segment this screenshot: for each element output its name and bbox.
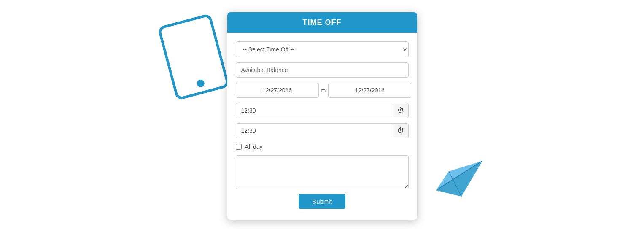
svg-marker-0 (436, 161, 482, 197)
allday-checkbox[interactable] (236, 144, 242, 150)
submit-row: Submit (236, 194, 409, 211)
time-off-select[interactable]: -- Select Time Off -- Vacation Sick Leav… (236, 41, 409, 57)
tablet-decoration (157, 13, 229, 101)
scene: TIME OFF -- Select Time Off -- Vacation … (196, 6, 449, 226)
time-end-icon-button[interactable]: ⏱ (393, 124, 408, 137)
plane-svg (432, 148, 487, 199)
notes-textarea[interactable] (236, 155, 409, 189)
date-range-row: to (236, 83, 409, 98)
submit-button[interactable]: Submit (299, 194, 345, 209)
time-start-input[interactable] (236, 103, 393, 118)
time-start-wrap: ⏱ (236, 103, 409, 118)
plane-decoration (432, 148, 487, 200)
card-title: TIME OFF (303, 18, 342, 27)
time-off-card: TIME OFF -- Select Time Off -- Vacation … (227, 12, 417, 220)
date-from-input[interactable] (236, 83, 319, 98)
time-end-input[interactable] (236, 124, 393, 138)
time-end-wrap: ⏱ (236, 123, 409, 138)
card-body: -- Select Time Off -- Vacation Sick Leav… (227, 33, 417, 220)
time-start-icon-button[interactable]: ⏱ (393, 104, 408, 117)
date-to-input[interactable] (328, 83, 411, 98)
card-header: TIME OFF (227, 12, 417, 33)
allday-row: All day (236, 143, 409, 150)
date-separator: to (321, 87, 326, 94)
available-balance-input[interactable] (236, 62, 409, 78)
allday-label[interactable]: All day (245, 143, 263, 150)
